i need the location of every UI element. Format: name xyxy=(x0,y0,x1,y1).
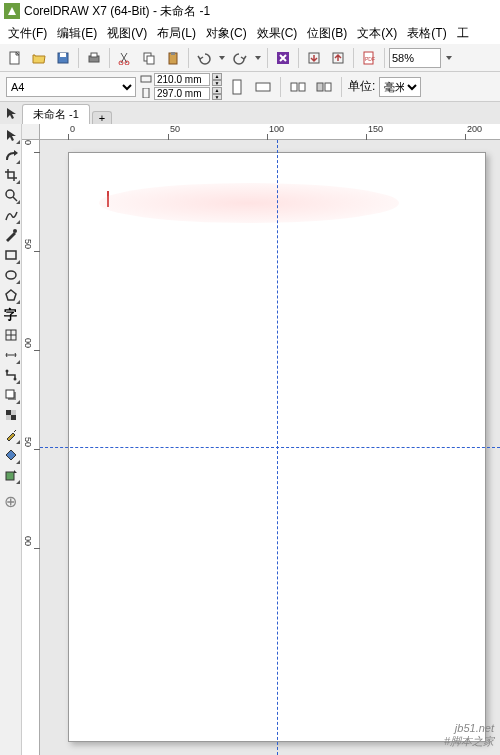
pick-tool-tab-icon[interactable] xyxy=(4,106,18,120)
connector-tool[interactable] xyxy=(2,366,20,384)
open-button[interactable] xyxy=(28,47,50,69)
svg-rect-8 xyxy=(147,56,154,64)
width-spinner[interactable]: ▲▼ xyxy=(212,73,222,86)
undo-button[interactable] xyxy=(193,47,215,69)
svg-rect-16 xyxy=(141,76,151,82)
transparency-tool[interactable] xyxy=(2,406,20,424)
redo-dropdown-icon[interactable] xyxy=(253,47,263,69)
save-button[interactable] xyxy=(52,47,74,69)
menu-file[interactable]: 文件(F) xyxy=(4,23,51,44)
menu-table[interactable]: 表格(T) xyxy=(403,23,450,44)
canvas-area[interactable]: 0 50 100 150 200 0 50 00 50 00 jb51.net … xyxy=(22,124,500,755)
dimension-tool[interactable] xyxy=(2,346,20,364)
svg-rect-4 xyxy=(91,53,97,57)
svg-rect-31 xyxy=(8,392,16,400)
zoom-level-select[interactable] xyxy=(389,48,441,68)
horizontal-ruler[interactable]: 0 50 100 150 200 xyxy=(40,124,500,140)
menu-tools[interactable]: 工 xyxy=(453,23,473,44)
crop-tool[interactable] xyxy=(2,166,20,184)
menu-layout[interactable]: 布局(L) xyxy=(153,23,200,44)
portrait-button[interactable] xyxy=(226,76,248,98)
svg-rect-1 xyxy=(58,53,68,63)
cut-button[interactable] xyxy=(114,47,136,69)
svg-rect-9 xyxy=(169,53,177,64)
svg-point-30 xyxy=(13,378,16,381)
drop-shadow-tool[interactable] xyxy=(2,386,20,404)
height-spinner[interactable]: ▲▼ xyxy=(212,87,222,100)
svg-rect-35 xyxy=(11,410,16,415)
menu-bitmaps[interactable]: 位图(B) xyxy=(303,23,351,44)
landscape-button[interactable] xyxy=(252,76,274,98)
freehand-tool[interactable] xyxy=(2,206,20,224)
svg-rect-12 xyxy=(309,53,319,63)
watermark-text: jb51.net #脚本之家 xyxy=(444,722,494,749)
window-title: CorelDRAW X7 (64-Bit) - 未命名 -1 xyxy=(24,3,210,20)
standard-toolbar: PDF xyxy=(0,44,500,72)
quick-customize-button[interactable]: ⊕ xyxy=(2,492,20,510)
import-button[interactable] xyxy=(303,47,325,69)
smart-fill-tool[interactable] xyxy=(2,466,20,484)
paste-button[interactable] xyxy=(162,47,184,69)
text-tool[interactable]: 字 xyxy=(2,306,20,324)
export-button[interactable] xyxy=(327,47,349,69)
add-tab-button[interactable]: + xyxy=(92,111,112,124)
svg-text:PDF: PDF xyxy=(365,56,375,62)
publish-pdf-button[interactable]: PDF xyxy=(358,47,380,69)
svg-rect-33 xyxy=(6,410,11,415)
table-tool[interactable] xyxy=(2,326,20,344)
shape-tool[interactable] xyxy=(2,146,20,164)
svg-rect-20 xyxy=(291,83,297,91)
menu-view[interactable]: 视图(V) xyxy=(103,23,151,44)
menu-object[interactable]: 对象(C) xyxy=(202,23,251,44)
current-page-button[interactable] xyxy=(313,76,335,98)
menu-edit[interactable]: 编辑(E) xyxy=(53,23,101,44)
horizontal-guideline[interactable] xyxy=(40,447,500,448)
page-height-input[interactable] xyxy=(154,87,210,100)
height-icon xyxy=(140,88,152,100)
tab-doc1[interactable]: 未命名 -1 xyxy=(22,104,90,124)
menu-text[interactable]: 文本(X) xyxy=(353,23,401,44)
vertical-ruler[interactable]: 0 50 00 50 00 xyxy=(22,140,40,755)
canvas-artifact xyxy=(99,183,399,223)
svg-rect-26 xyxy=(6,251,16,259)
polygon-tool[interactable] xyxy=(2,286,20,304)
page-dimensions: ▲▼ ▲▼ xyxy=(140,73,222,100)
property-bar: A4 ▲▼ ▲▼ 单位: 毫米 xyxy=(0,72,500,102)
ellipse-tool[interactable] xyxy=(2,266,20,284)
artistic-media-tool[interactable] xyxy=(2,226,20,244)
search-content-button[interactable] xyxy=(272,47,294,69)
svg-rect-14 xyxy=(364,52,373,64)
all-pages-button[interactable] xyxy=(287,76,309,98)
undo-dropdown-icon[interactable] xyxy=(217,47,227,69)
ruler-origin[interactable] xyxy=(22,124,40,140)
pick-tool[interactable] xyxy=(2,126,20,144)
svg-point-24 xyxy=(6,190,14,198)
svg-rect-37 xyxy=(6,472,14,480)
document-tabs: 未命名 -1 + xyxy=(0,102,500,124)
svg-point-25 xyxy=(13,229,17,233)
page-width-input[interactable] xyxy=(154,73,210,86)
new-button[interactable] xyxy=(4,47,26,69)
copy-button[interactable] xyxy=(138,47,160,69)
width-icon xyxy=(140,74,152,86)
svg-rect-23 xyxy=(325,83,331,91)
svg-point-29 xyxy=(5,370,8,373)
eyedropper-tool[interactable] xyxy=(2,426,20,444)
rectangle-tool[interactable] xyxy=(2,246,20,264)
redo-button[interactable] xyxy=(229,47,251,69)
page-size-select[interactable]: A4 xyxy=(6,77,136,97)
svg-rect-22 xyxy=(317,83,323,91)
svg-point-6 xyxy=(125,61,129,65)
interactive-fill-tool[interactable] xyxy=(2,446,20,464)
svg-rect-36 xyxy=(6,415,11,420)
svg-rect-21 xyxy=(299,83,305,91)
print-button[interactable] xyxy=(83,47,105,69)
app-icon xyxy=(4,3,20,19)
units-select[interactable]: 毫米 xyxy=(379,77,421,97)
zoom-dropdown-icon[interactable] xyxy=(443,47,455,69)
svg-rect-3 xyxy=(89,56,99,62)
toolbox: 字 ⊕ xyxy=(0,124,22,755)
menu-effects[interactable]: 效果(C) xyxy=(253,23,302,44)
zoom-tool[interactable] xyxy=(2,186,20,204)
title-bar: CorelDRAW X7 (64-Bit) - 未命名 -1 xyxy=(0,0,500,22)
